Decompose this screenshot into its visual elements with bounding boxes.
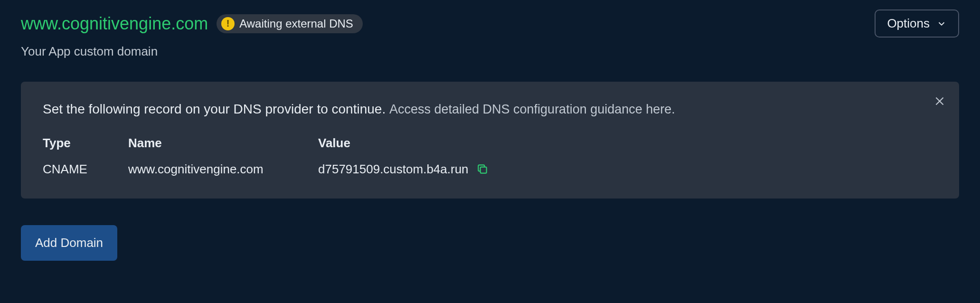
record-value: d75791509.custom.b4a.run	[318, 162, 469, 177]
status-badge: ! Awaiting external DNS	[217, 14, 363, 33]
record-value-cell: d75791509.custom.b4a.run	[318, 162, 937, 177]
instruction-main: Set the following record on your DNS pro…	[43, 102, 386, 116]
column-header-value: Value	[318, 136, 937, 151]
instruction-text: Set the following record on your DNS pro…	[43, 100, 937, 119]
column-header-type: Type	[43, 136, 123, 151]
record-name: www.cognitivengine.com	[128, 162, 313, 177]
svg-rect-2	[480, 167, 486, 173]
status-text: Awaiting external DNS	[239, 17, 353, 30]
options-button[interactable]: Options	[875, 9, 959, 38]
warning-icon: !	[221, 17, 235, 30]
record-type: CNAME	[43, 162, 123, 177]
chevron-down-icon	[936, 19, 947, 29]
dns-panel: Set the following record on your DNS pro…	[21, 82, 959, 199]
close-icon	[933, 95, 946, 107]
column-header-name: Name	[128, 136, 313, 151]
page-subtitle: Your App custom domain	[21, 44, 959, 59]
dns-guidance-link[interactable]: Access detailed DNS configuration guidan…	[389, 102, 675, 116]
close-button[interactable]	[932, 93, 948, 111]
add-domain-button[interactable]: Add Domain	[21, 225, 117, 261]
copy-icon	[476, 163, 489, 175]
options-label: Options	[887, 16, 930, 31]
domain-title: www.cognitivengine.com	[21, 14, 208, 34]
copy-button[interactable]	[476, 163, 489, 175]
